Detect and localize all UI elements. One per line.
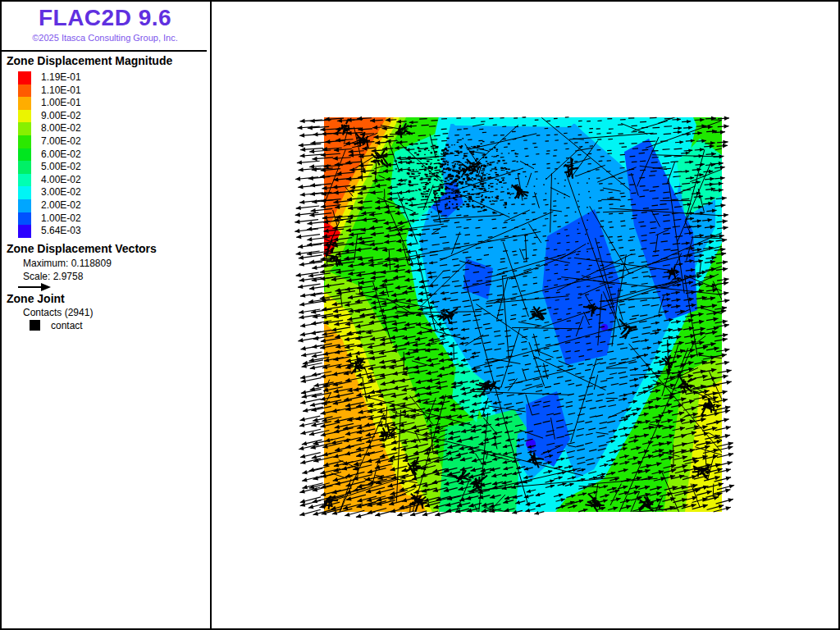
legend-entry: 7.00E-02	[18, 135, 81, 148]
legend-entry: 4.00E-02	[18, 174, 81, 187]
legend-color-swatch	[18, 84, 31, 98]
legend-color-swatch	[18, 161, 31, 174]
legend-entry: 6.00E-02	[18, 148, 81, 162]
legend-value-label: 5.00E-02	[41, 161, 81, 174]
app-title: FLAC2D 9.6	[0, 5, 210, 31]
contact-swatch	[30, 320, 40, 331]
legend-value-label: 8.00E-02	[41, 122, 81, 135]
legend-color-swatch	[18, 212, 31, 226]
legend-value-label: 1.19E-01	[41, 71, 81, 84]
legend-color-swatch	[18, 174, 31, 187]
legend-color-swatch	[18, 122, 31, 135]
contour-regions	[324, 117, 722, 512]
joint-heading: Zone Joint	[7, 292, 65, 305]
header-divider	[0, 50, 207, 52]
legend-entry: 2.00E-02	[18, 199, 81, 212]
legend-color-swatch	[18, 186, 31, 199]
legend-color-swatch	[18, 110, 31, 123]
magnitude-heading: Zone Displacement Magnitude	[7, 54, 172, 67]
legend-color-swatch	[18, 135, 31, 148]
vectors-heading: Zone Displacement Vectors	[7, 242, 157, 255]
legend-entry: 1.19E-01	[18, 71, 81, 84]
legend-color-swatch	[18, 148, 31, 162]
legend-entry: 5.00E-02	[18, 161, 81, 174]
legend-entry: 9.00E-02	[18, 110, 81, 123]
joint-contacts: Contacts (2941)	[23, 307, 93, 318]
legend-entry: 3.00E-02	[18, 186, 81, 199]
legend-value-label: 9.00E-02	[41, 110, 81, 123]
legend-color-swatch	[18, 71, 31, 84]
legend-value-label: 1.00E-01	[41, 97, 81, 110]
legend-value-label: 2.00E-02	[41, 199, 81, 212]
legend-panel: FLAC2D 9.6 ©2025 Itasca Consulting Group…	[0, 0, 212, 630]
vectors-maximum: Maximum: 0.118809	[23, 258, 112, 269]
legend-entry: 1.10E-01	[18, 84, 81, 98]
copyright-line: ©2025 Itasca Consulting Group, Inc.	[0, 33, 210, 43]
legend-value-label: 1.00E-02	[41, 212, 81, 226]
legend-entry: 8.00E-02	[18, 122, 81, 135]
legend-color-swatch	[18, 97, 31, 110]
legend-value-label: 4.00E-02	[41, 174, 81, 187]
magnitude-legend: 1.19E-011.10E-011.00E-019.00E-028.00E-02…	[18, 71, 81, 238]
legend-value-label: 7.00E-02	[41, 135, 81, 148]
legend-color-swatch	[18, 225, 31, 238]
legend-entry: 1.00E-01	[18, 97, 81, 110]
legend-value-label: 5.64E-03	[41, 225, 81, 238]
legend-entry: 1.00E-02	[18, 212, 81, 226]
top-cyan-strip	[447, 117, 580, 127]
vectors-scale: Scale: 2.9758	[23, 271, 83, 282]
legend-color-swatch	[18, 199, 31, 212]
legend-value-label: 3.00E-02	[41, 186, 81, 199]
contact-label: contact	[51, 320, 83, 331]
legend-value-label: 6.00E-02	[41, 148, 81, 162]
scale-arrow-icon	[17, 282, 52, 292]
legend-entry: 5.64E-03	[18, 225, 81, 238]
displacement-plot	[324, 117, 722, 512]
legend-value-label: 1.10E-01	[41, 84, 81, 98]
